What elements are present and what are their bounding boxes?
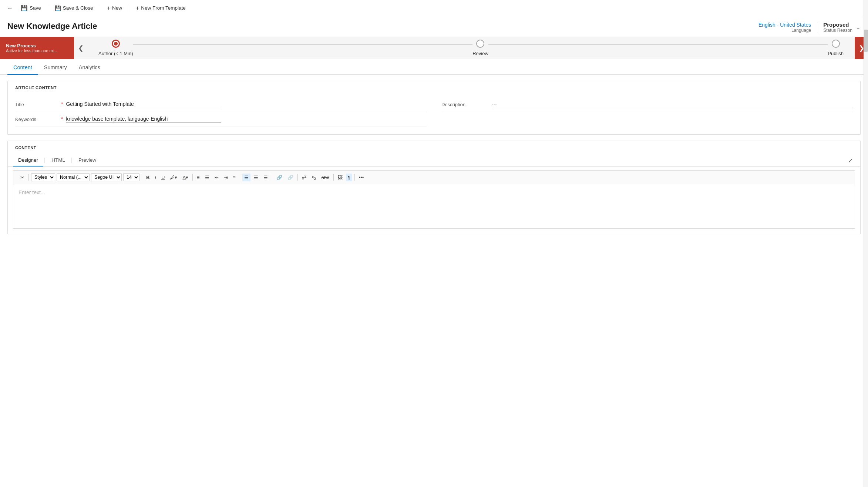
- indent-icon: ⇥: [224, 175, 228, 180]
- step-connector-2: [488, 44, 828, 45]
- superscript-button[interactable]: x2: [300, 173, 309, 182]
- tab-summary[interactable]: Summary: [38, 61, 73, 75]
- font-color-icon: A: [182, 175, 186, 180]
- paste-button[interactable]: ✂: [18, 174, 26, 181]
- font-color-button[interactable]: A▾: [181, 174, 190, 181]
- editor-tab-designer[interactable]: Designer: [13, 154, 43, 167]
- process-step-publish[interactable]: Publish: [828, 40, 844, 56]
- subscript-icon: x2: [312, 174, 316, 181]
- toolbar-sep-6: [297, 174, 298, 181]
- unlink-icon: 🔗: [287, 175, 293, 180]
- list-button[interactable]: ☰: [203, 174, 211, 181]
- superscript-icon: x2: [302, 174, 307, 181]
- toolbar-sep-3: [192, 174, 193, 181]
- editor-tab-preview[interactable]: Preview: [73, 154, 101, 167]
- editor-tab-html[interactable]: HTML: [46, 154, 70, 167]
- toolbar-sep-7: [333, 174, 334, 181]
- step-circle-review: [476, 40, 484, 48]
- main-toolbar: ← 💾 Save 💾 Save & Close + New + New From…: [0, 0, 868, 16]
- back-button[interactable]: ←: [4, 3, 16, 14]
- editor-placeholder: Enter text...: [18, 189, 45, 195]
- tab-analytics[interactable]: Analytics: [73, 61, 106, 75]
- process-bar: New Process Active for less than one mi.…: [0, 37, 868, 59]
- step-label-author: Author (< 1 Min): [98, 51, 133, 56]
- process-step-review[interactable]: Review: [472, 40, 488, 56]
- outdent-button[interactable]: ⇤: [213, 174, 221, 181]
- font-select[interactable]: Segoe UI: [91, 173, 122, 181]
- editor-tabs-row: Designer | HTML | Preview ⤢: [8, 154, 860, 166]
- unlink-button[interactable]: 🔗: [286, 174, 295, 181]
- size-select[interactable]: 14: [123, 173, 139, 181]
- left-col: Title * Getting Started with Template Ke…: [15, 97, 427, 127]
- outdent-icon: ⇤: [215, 175, 219, 180]
- toolbar-sep-8: [354, 174, 355, 181]
- process-title: New Process: [6, 43, 68, 48]
- justify-button[interactable]: ☰: [262, 174, 270, 181]
- more-icon: •••: [359, 175, 364, 180]
- editor-divider: [8, 166, 860, 167]
- list-icon: ☰: [205, 175, 209, 180]
- image-button[interactable]: 🖼: [336, 174, 344, 181]
- content-editor-card: CONTENT Designer | HTML | Preview ⤢: [7, 141, 861, 234]
- paste-icon: ✂: [20, 175, 24, 180]
- link-button[interactable]: 🔗: [275, 174, 284, 181]
- keywords-value[interactable]: knowledge base template, language-Englis…: [66, 116, 221, 123]
- new-from-template-button[interactable]: + New From Template: [132, 3, 189, 13]
- align-center-button[interactable]: ☰: [242, 174, 250, 181]
- toolbar-sep-2: [142, 174, 142, 181]
- italic-button[interactable]: I: [153, 174, 158, 181]
- editor-body[interactable]: Enter text...: [13, 184, 855, 229]
- subscript-button[interactable]: x2: [310, 173, 318, 182]
- highlight-icon: 🖌: [170, 175, 175, 180]
- article-content-fields: Title * Getting Started with Template Ke…: [8, 94, 860, 134]
- step-circle-active: [112, 40, 120, 48]
- align-center-icon: ☰: [244, 175, 249, 180]
- main-content: ARTICLE CONTENT Title * Getting Started …: [0, 75, 868, 480]
- scrollbar-thumb[interactable]: [864, 30, 868, 52]
- more-button[interactable]: •••: [357, 174, 366, 181]
- quote-icon: ❝: [233, 175, 236, 180]
- new-button[interactable]: + New: [103, 3, 126, 13]
- step-circle-publish: [832, 40, 840, 48]
- language-link[interactable]: English - United States: [758, 22, 811, 28]
- title-value[interactable]: Getting Started with Template: [66, 101, 221, 108]
- align-right-button[interactable]: ☰: [252, 174, 260, 181]
- editor-tabs: Designer | HTML | Preview: [13, 154, 101, 166]
- align-left-icon: ≡: [197, 175, 200, 180]
- highlight-button[interactable]: 🖌▾: [168, 174, 179, 181]
- toolbar-separator-1: [48, 4, 48, 12]
- save-close-icon: 💾: [55, 5, 61, 11]
- status-label: Proposed: [823, 21, 849, 28]
- indent-button[interactable]: ⇥: [222, 174, 230, 181]
- toolbar-sep-5: [272, 174, 272, 181]
- header-right: English - United States Language Propose…: [758, 21, 861, 33]
- strikethrough-button[interactable]: abc: [320, 174, 331, 181]
- scrollbar-track[interactable]: [864, 0, 868, 480]
- title-label: Title: [15, 101, 60, 107]
- toolbar-sep-1: [28, 174, 29, 181]
- status-chevron-icon[interactable]: ⌄: [856, 24, 861, 30]
- process-nav-left-button[interactable]: ❮: [74, 37, 87, 59]
- editor-tab-sep-2: |: [70, 157, 73, 164]
- new-icon: +: [107, 5, 110, 11]
- description-value[interactable]: ---: [492, 101, 853, 108]
- format-select[interactable]: Normal (...: [57, 173, 90, 181]
- description-field-row: Description ---: [441, 97, 853, 112]
- save-icon: 💾: [21, 5, 28, 11]
- underline-icon: U: [161, 175, 165, 180]
- tab-content[interactable]: Content: [7, 61, 38, 75]
- paragraph-button[interactable]: ¶: [346, 174, 352, 181]
- quote-button[interactable]: ❝: [231, 174, 238, 181]
- process-step-author[interactable]: Author (< 1 Min): [98, 40, 133, 56]
- save-button[interactable]: 💾 Save: [17, 3, 45, 13]
- styles-select[interactable]: Styles: [31, 173, 55, 181]
- save-close-button[interactable]: 💾 Save & Close: [51, 4, 97, 13]
- title-field-row: Title * Getting Started with Template: [15, 97, 427, 112]
- toolbar-separator-3: [129, 4, 129, 12]
- align-left-button[interactable]: ≡: [195, 174, 202, 181]
- language-label: Language: [758, 28, 811, 33]
- bold-button[interactable]: B: [144, 174, 151, 181]
- underline-button[interactable]: U: [159, 174, 166, 181]
- expand-icon[interactable]: ⤢: [848, 157, 853, 164]
- new-process-item[interactable]: New Process Active for less than one mi.…: [0, 37, 74, 59]
